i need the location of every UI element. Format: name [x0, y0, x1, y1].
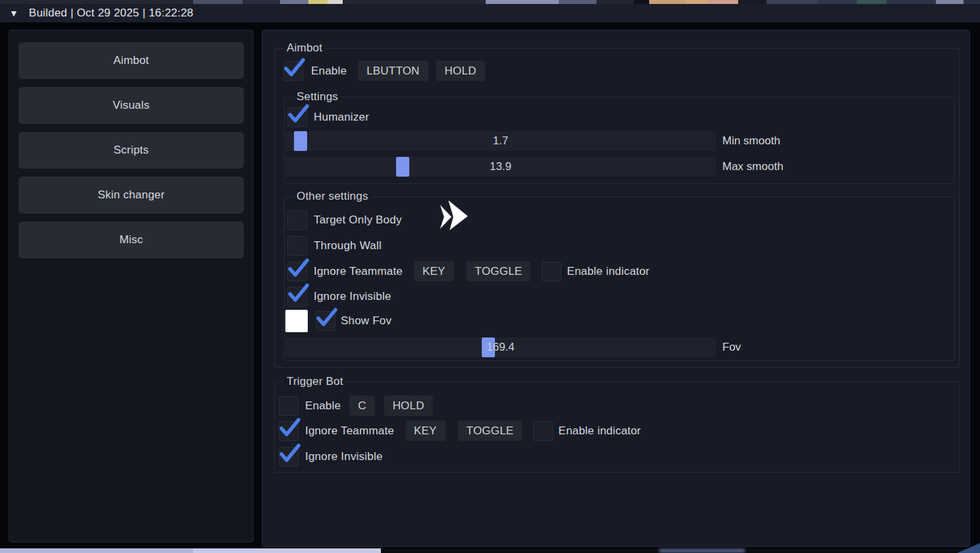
trigger-enable-indicator-label: Enable indicator — [558, 424, 641, 438]
other-settings-legend: Other settings — [293, 190, 372, 203]
max-smooth-label: Max smooth — [722, 157, 784, 177]
min-smooth-slider-row: 1.7 Min smooth — [285, 131, 944, 151]
sidebar-item-skin-changer[interactable]: Skin changer — [18, 177, 244, 214]
checkmark-icon — [277, 443, 301, 464]
sidebar-item-visuals[interactable]: Visuals — [18, 87, 244, 124]
humanizer-label: Humanizer — [314, 111, 369, 124]
trigger-keybind-button[interactable]: C — [349, 395, 374, 416]
aimbot-mode-button[interactable]: HOLD — [436, 61, 485, 81]
max-smooth-slider-row: 13.9 Max smooth — [285, 157, 944, 177]
through-wall-label: Through Wall — [314, 239, 382, 252]
fov-slider[interactable]: 169.4 — [285, 337, 716, 357]
sidebar-item-scripts[interactable]: Scripts — [18, 132, 244, 169]
show-fov-row: Show Fov — [285, 310, 391, 332]
trigger-ignore-invisible-checkbox[interactable] — [279, 447, 299, 467]
aimbot-keybind-button[interactable]: LBUTTON — [358, 61, 428, 81]
game-background-watermark-blur — [659, 549, 745, 552]
show-fov-label: Show Fov — [341, 314, 391, 328]
sidebar-item-misc[interactable]: Misc — [18, 221, 244, 258]
aimbot-group-legend: Aimbot — [283, 42, 326, 55]
min-smooth-label: Min smooth — [722, 131, 780, 151]
fov-value: 169.4 — [285, 337, 716, 357]
checkmark-icon — [277, 417, 301, 438]
window-title: Builded | Oct 29 2025 | 16:22:28 — [29, 7, 194, 20]
trigger-enable-checkbox[interactable] — [279, 396, 299, 416]
trigger-ignore-teammate-label: Ignore Teammate — [305, 424, 394, 438]
min-smooth-slider[interactable]: 1.7 — [285, 131, 716, 151]
aimbot-group: Aimbot Enable LBUTTON HOLD Settings Huma… — [274, 48, 960, 368]
target-only-body-checkbox[interactable] — [287, 210, 307, 230]
trigger-enable-row: Enable C HOLD — [279, 395, 433, 416]
through-wall-checkbox[interactable] — [287, 236, 307, 256]
aimbot-enable-checkbox[interactable] — [283, 61, 303, 81]
aimbot-ignore-invisible-row: Ignore Invisible — [287, 286, 391, 306]
trigger-bot-group: Trigger Bot Enable C HOLD Ignore Teammat… — [274, 382, 960, 473]
target-only-body-row: Target Only Body — [287, 210, 402, 230]
aimbot-enable-indicator-label: Enable indicator — [567, 265, 649, 278]
aimbot-ignore-teammate-keybind-button[interactable]: KEY — [414, 261, 454, 281]
aimbot-ignore-teammate-label: Ignore Teammate — [314, 265, 403, 278]
screen: ▼ Builded | Oct 29 2025 | 16:22:28 Aimbo… — [0, 0, 980, 553]
max-smooth-slider[interactable]: 13.9 — [285, 157, 716, 177]
min-smooth-value: 1.7 — [285, 131, 716, 151]
game-background-bottom-strip — [0, 548, 980, 553]
through-wall-row: Through Wall — [287, 235, 382, 256]
aimbot-ignore-teammate-mode-button[interactable]: TOGGLE — [467, 261, 531, 281]
humanizer-row: Humanizer — [287, 107, 369, 127]
trigger-bot-legend: Trigger Bot — [283, 375, 347, 388]
main-panel: Aimbot Enable LBUTTON HOLD Settings Huma… — [262, 30, 970, 547]
fov-label: Fov — [722, 337, 741, 357]
aimbot-enable-indicator-checkbox[interactable] — [542, 262, 562, 281]
sidebar-item-aimbot[interactable]: Aimbot — [18, 42, 244, 79]
trigger-ignore-teammate-row: Ignore Teammate KEY TOGGLE Enable indica… — [279, 421, 641, 441]
aimbot-settings-legend: Settings — [293, 90, 341, 103]
humanizer-checkbox[interactable] — [287, 107, 307, 127]
aimbot-ignore-teammate-row: Ignore Teammate KEY TOGGLE Enable indica… — [287, 261, 649, 281]
fov-slider-row: 169.4 Fov — [285, 337, 944, 357]
aimbot-enable-label: Enable — [311, 65, 347, 78]
trigger-ignore-teammate-checkbox[interactable] — [279, 421, 299, 441]
trigger-mode-button[interactable]: HOLD — [384, 395, 433, 416]
sidebar: Aimbot Visuals Scripts Skin changer Misc — [9, 30, 254, 542]
trigger-ignore-invisible-label: Ignore Invisible — [305, 450, 383, 463]
trigger-ignore-teammate-keybind-button[interactable]: KEY — [405, 421, 446, 441]
collapse-triangle-icon[interactable]: ▼ — [9, 8, 18, 18]
other-settings-group: Other settings Target Only Body Through … — [284, 196, 955, 361]
aimbot-ignore-teammate-checkbox[interactable] — [287, 262, 307, 281]
max-smooth-value: 13.9 — [285, 157, 716, 177]
aimbot-enable-row: Enable LBUTTON HOLD — [283, 61, 485, 81]
checkmark-icon — [286, 283, 310, 304]
aimbot-settings-group: Settings Humanizer 1.7 Min smooth — [284, 97, 955, 184]
checkmark-icon — [314, 307, 338, 328]
trigger-ignore-invisible-row: Ignore Invisible — [279, 446, 383, 467]
title-bar: ▼ Builded | Oct 29 2025 | 16:22:28 — [0, 4, 980, 22]
checkmark-icon — [286, 258, 310, 279]
fov-color-swatch[interactable] — [285, 310, 308, 332]
target-only-body-label: Target Only Body — [314, 214, 402, 227]
trigger-enable-indicator-checkbox[interactable] — [533, 421, 553, 441]
show-fov-checkbox[interactable] — [316, 311, 335, 331]
trigger-enable-label: Enable — [305, 399, 341, 413]
checkmark-icon — [286, 103, 310, 125]
aimbot-ignore-invisible-label: Ignore Invisible — [314, 290, 391, 303]
trigger-ignore-teammate-mode-button[interactable]: TOGGLE — [458, 421, 523, 441]
aimbot-ignore-invisible-checkbox[interactable] — [287, 287, 307, 306]
checkmark-icon — [282, 57, 306, 78]
